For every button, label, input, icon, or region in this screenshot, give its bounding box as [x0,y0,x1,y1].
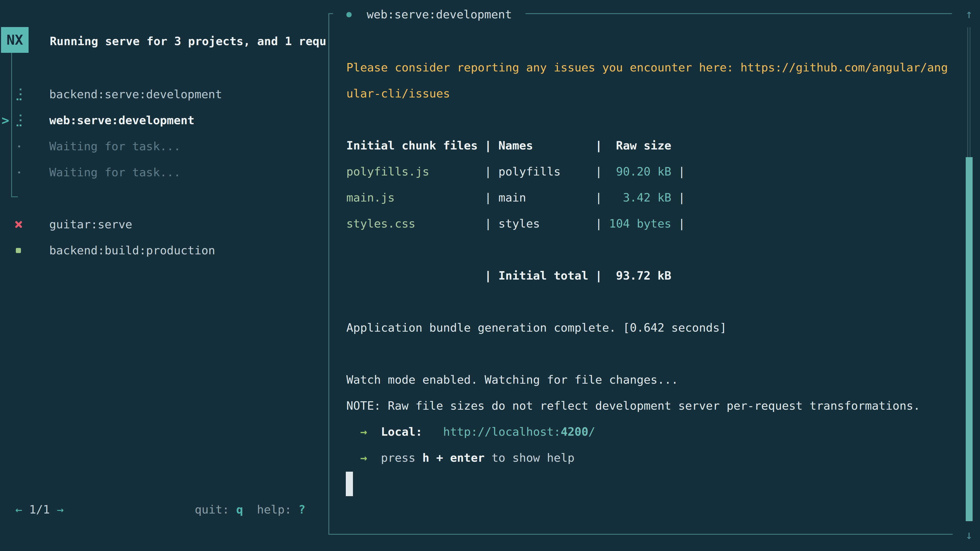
output-line: main.js | main | 3.42 kB | [346,185,685,211]
failed-cross-icon [14,220,23,229]
task-label: Waiting for task... [49,133,181,159]
output-segment-size: 3.42 kB [623,191,671,204]
waiting-dot-icon [18,145,20,148]
selected-task-arrow-icon: > [2,107,9,133]
output-segment-gray: to show help [485,451,574,465]
output-line: → press h + enter to show help [346,445,574,471]
panel-title: web:serve:development [367,2,512,27]
output-segment [602,191,623,204]
output-segment-hdr: Initial chunk files | Names | Raw size [346,139,671,152]
output-segment-gray: press [381,451,422,465]
task-row-backend-build-production[interactable]: backend:build:production [0,238,327,264]
output-segment-size: / [588,425,595,438]
output-segment-size: 90.20 kB [616,165,671,178]
task-row-waiting-for-task-[interactable]: Waiting for task... [0,159,327,186]
output-segment-green: → [360,425,367,438]
output-segment: | [485,165,498,178]
output-segment: | [678,217,685,230]
quit-label: quit: [195,503,236,516]
output-segment [422,425,443,438]
output-segment [526,191,595,204]
output-segment [602,217,609,230]
task-row-web-serve-development[interactable]: >web:serve:development [0,107,327,133]
page-indicator: 1/1 [22,503,57,516]
waiting-dot-icon [18,171,20,173]
output-line: Application bundle generation complete. … [346,315,727,341]
output-segment: | [595,165,602,178]
output-segment: NOTE: Raw file sizes do not reflect deve… [346,399,920,413]
output-segment [346,425,360,438]
nx-logo: NX [1,27,29,53]
output-line: ular-cli/issues [346,81,450,106]
output-segment-size: http://localhost: [443,425,561,438]
output-segment-orange: ular-cli/issues [346,87,450,100]
output-segment: | [595,191,602,204]
output-segment: styles [498,217,540,230]
output-segment-orange: Please consider reporting any issues you… [346,61,948,74]
output-line: polyfills.js | polyfills | 90.20 kB | [346,159,685,185]
scrollbar-thumb[interactable] [966,157,973,521]
page-prev-arrow[interactable]: ← [15,503,22,516]
panel-border-top [525,13,952,14]
task-row-guitar-serve[interactable]: guitar:serve [0,211,327,238]
output-line: Initial chunk files | Names | Raw size [346,133,671,159]
output-segment: main [498,191,526,204]
output-line: → Local: http://localhost:4200/ [346,419,595,445]
page-next-arrow[interactable]: → [57,503,64,516]
output-segment: Watch mode enabled. Watching for file ch… [346,373,678,386]
output-segment [367,425,381,438]
task-label: web:serve:development [49,107,194,133]
output-segment [671,217,678,230]
output-segment [346,451,360,465]
scroll-up-icon[interactable]: ↑ [963,1,975,27]
output-segment [540,217,595,230]
help-label: help: [243,503,299,516]
output-segment-boldwhite: Local: [381,425,422,438]
output-segment [429,165,485,178]
output-line: | Initial total | 93.72 kB [346,263,671,289]
output-segment-file: polyfills.js [346,165,429,178]
task-label: guitar:serve [49,211,132,238]
output-line: NOTE: Raw file sizes do not reflect deve… [346,393,920,419]
output-segment: polyfills [498,165,561,178]
output-segment: | [485,191,498,204]
output-segment [367,451,381,465]
output-segment-file: main.js [346,191,395,204]
nx-tui-screen: NX Running serve for 3 projects, and 1 r… [0,0,980,551]
output-line: Please consider reporting any issues you… [346,55,948,81]
task-label: backend:serve:development [49,81,222,107]
output-line: Watch mode enabled. Watching for file ch… [346,367,678,393]
panel-border-stub [328,13,333,14]
shortcut-hints: quit: q help: ? [195,497,305,523]
pagination: ← 1/1 → [15,497,64,523]
output-segment [395,191,485,204]
output-segment-boldwhite: h + enter [422,451,485,465]
output-segment [671,191,678,204]
output-segment [415,217,485,230]
output-segment: | [678,191,685,204]
task-label: backend:build:production [49,238,215,264]
output-segment: | [485,217,498,230]
output-segment [671,165,678,178]
output-segment-sizeb: 4200 [561,425,588,438]
page-title: Running serve for 3 projects, and 1 requ [50,28,328,54]
output-segment-hdr: | Initial total | 93.72 kB [346,269,671,283]
status-dot-icon [346,12,352,17]
task-row-waiting-for-task-[interactable]: Waiting for task... [0,133,327,159]
running-spinner-icon [17,89,22,100]
task-row-backend-serve-development[interactable]: backend:serve:development [0,81,327,107]
output-segment: | [595,217,602,230]
quit-key: q [236,503,243,516]
running-spinner-icon [17,114,22,126]
output-segment-green: → [360,451,367,465]
output-segment [602,165,616,178]
terminal-cursor [346,472,353,496]
output-segment-file: styles.css [346,217,415,230]
output-segment: Application bundle generation complete. … [346,321,727,334]
output-line: styles.css | styles | 104 bytes | [346,211,685,237]
output-segment-size: 104 bytes [609,217,671,230]
output-segment [561,165,595,178]
success-square-icon [16,248,21,253]
task-label: Waiting for task... [49,159,181,186]
scroll-down-icon[interactable]: ↓ [963,522,975,548]
